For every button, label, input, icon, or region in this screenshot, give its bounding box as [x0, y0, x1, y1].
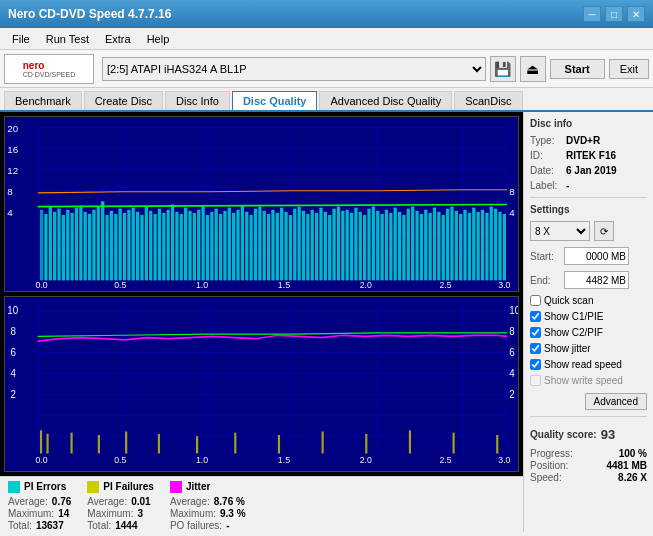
- tab-benchmark[interactable]: Benchmark: [4, 91, 82, 110]
- show-c2-pif-row: Show C2/PIF: [530, 327, 647, 338]
- start-button[interactable]: Start: [550, 59, 605, 79]
- tab-disc-quality[interactable]: Disc Quality: [232, 91, 318, 110]
- progress-value: 100 %: [619, 448, 647, 459]
- svg-rect-53: [140, 215, 143, 280]
- divider-2: [530, 416, 647, 417]
- drive-select[interactable]: [2:5] ATAPI iHAS324 A BL1P: [102, 57, 486, 81]
- menu-extra[interactable]: Extra: [97, 31, 139, 47]
- svg-rect-67: [201, 207, 204, 281]
- svg-rect-182: [453, 433, 455, 454]
- charts-stats-area: 20 16 12 8 4 8 4 0.0 0.5 1.0 1.5 2.0 2.5…: [0, 112, 523, 532]
- show-c1-pie-row: Show C1/PIE: [530, 311, 647, 322]
- main-content: 20 16 12 8 4 8 4 0.0 0.5 1.0 1.5 2.0 2.5…: [0, 112, 653, 532]
- start-mb-row: Start:: [530, 247, 647, 265]
- settings-title: Settings: [530, 204, 647, 215]
- show-read-speed-checkbox[interactable]: [530, 359, 541, 370]
- logo-text: nero: [23, 60, 76, 71]
- menu-run-test[interactable]: Run Test: [38, 31, 97, 47]
- svg-rect-41: [88, 214, 91, 280]
- svg-rect-171: [46, 434, 48, 454]
- svg-rect-62: [180, 214, 183, 280]
- jitter-legend-box: [170, 481, 182, 493]
- svg-rect-170: [40, 430, 42, 453]
- svg-text:16: 16: [7, 144, 18, 155]
- svg-rect-119: [428, 213, 431, 280]
- stats-bar: PI Errors Average: 0.76 Maximum: 14 Tota…: [0, 476, 523, 535]
- tab-advanced-disc-quality[interactable]: Advanced Disc Quality: [319, 91, 452, 110]
- svg-text:10: 10: [7, 305, 18, 316]
- svg-text:2: 2: [10, 389, 16, 400]
- menu-file[interactable]: File: [4, 31, 38, 47]
- svg-rect-107: [376, 211, 379, 281]
- tab-disc-info[interactable]: Disc Info: [165, 91, 230, 110]
- svg-rect-88: [293, 209, 296, 281]
- svg-text:8: 8: [10, 326, 16, 337]
- svg-text:2.0: 2.0: [360, 454, 372, 464]
- svg-rect-91: [306, 214, 309, 280]
- maximize-button[interactable]: □: [605, 6, 623, 22]
- svg-rect-49: [123, 213, 126, 280]
- minimize-button[interactable]: ─: [583, 6, 601, 22]
- svg-rect-74: [232, 213, 235, 280]
- eject-icon-button[interactable]: ⏏: [520, 56, 546, 82]
- svg-rect-138: [5, 297, 518, 471]
- speed-select[interactable]: 8 X: [530, 221, 590, 241]
- tabs-bar: Benchmark Create Disc Disc Info Disc Qua…: [0, 88, 653, 112]
- svg-rect-30: [40, 210, 43, 281]
- show-jitter-checkbox[interactable]: [530, 343, 541, 354]
- svg-rect-61: [175, 212, 178, 281]
- svg-rect-37: [70, 213, 73, 280]
- svg-rect-39: [79, 206, 82, 281]
- exit-button[interactable]: Exit: [609, 59, 649, 79]
- jitter-avg-label: Average:: [170, 496, 210, 507]
- svg-text:1.5: 1.5: [278, 280, 290, 290]
- svg-rect-118: [424, 210, 427, 281]
- jitter-stats: Jitter Average: 8.76 % Maximum: 9.3 % PO…: [170, 481, 246, 531]
- quick-scan-checkbox[interactable]: [530, 295, 541, 306]
- show-c1-pie-checkbox[interactable]: [530, 311, 541, 322]
- svg-rect-102: [354, 208, 357, 281]
- svg-rect-89: [298, 207, 301, 281]
- disc-date-label: Date:: [530, 165, 562, 176]
- svg-rect-123: [446, 209, 449, 281]
- close-button[interactable]: ✕: [627, 6, 645, 22]
- svg-rect-109: [385, 210, 388, 281]
- svg-rect-104: [363, 215, 366, 280]
- window-controls: ─ □ ✕: [583, 6, 645, 22]
- tab-scandisc[interactable]: ScanDisc: [454, 91, 522, 110]
- svg-rect-38: [75, 208, 78, 281]
- pi-failures-total-value: 1444: [115, 520, 137, 531]
- end-mb-input[interactable]: [564, 271, 629, 289]
- svg-rect-173: [98, 435, 100, 454]
- svg-rect-106: [372, 207, 375, 281]
- disk-icon-button[interactable]: 💾: [490, 56, 516, 82]
- advanced-button[interactable]: Advanced: [585, 393, 647, 410]
- show-write-speed-label: Show write speed: [544, 375, 623, 386]
- tab-create-disc[interactable]: Create Disc: [84, 91, 163, 110]
- svg-text:6: 6: [509, 347, 515, 358]
- svg-rect-183: [496, 435, 498, 454]
- lower-chart: 10 8 6 4 2 10 8 6 4 2 0.0 0.5 1.0 1.5: [4, 296, 519, 472]
- svg-rect-103: [359, 212, 362, 281]
- logo: nero CD·DVD/SPEED: [4, 54, 94, 84]
- menu-help[interactable]: Help: [139, 31, 178, 47]
- svg-text:4: 4: [7, 207, 13, 218]
- refresh-icon-button[interactable]: ⟳: [594, 221, 614, 241]
- svg-rect-60: [171, 204, 174, 280]
- svg-text:20: 20: [7, 123, 18, 134]
- pi-errors-total-label: Total:: [8, 520, 32, 531]
- show-jitter-row: Show jitter: [530, 343, 647, 354]
- pi-errors-avg-value: 0.76: [52, 496, 71, 507]
- start-mb-input[interactable]: [564, 247, 629, 265]
- quality-score-row: Quality score: 93: [530, 427, 647, 442]
- svg-text:3.0: 3.0: [498, 280, 510, 290]
- pi-errors-stats: PI Errors Average: 0.76 Maximum: 14 Tota…: [8, 481, 71, 531]
- svg-text:8: 8: [509, 326, 515, 337]
- svg-text:4: 4: [10, 368, 16, 379]
- show-c2-pif-checkbox[interactable]: [530, 327, 541, 338]
- pi-failures-max-label: Maximum:: [87, 508, 133, 519]
- end-label: End:: [530, 275, 560, 286]
- svg-rect-116: [415, 211, 418, 281]
- disc-id-row: ID: RITEK F16: [530, 150, 647, 161]
- show-write-speed-checkbox[interactable]: [530, 375, 541, 386]
